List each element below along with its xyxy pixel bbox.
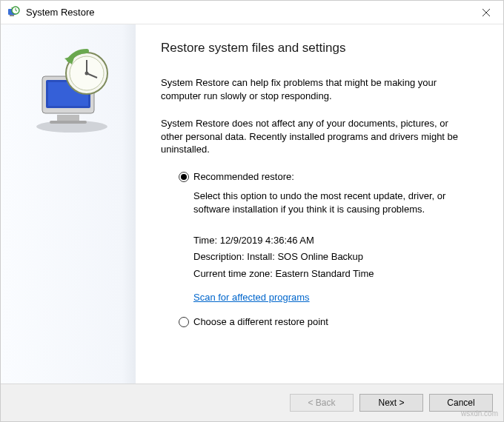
recommended-restore-option[interactable]: Recommended restore: [179, 171, 483, 182]
restore-options: Recommended restore: Select this option … [161, 171, 483, 327]
restore-point-details: Time: 12/9/2019 4:36:46 AM Description: … [193, 232, 483, 283]
choose-different-option[interactable]: Choose a different restore point [179, 316, 483, 327]
timezone-value: Eastern Standard Time [276, 268, 374, 279]
wizard-footer: < Back Next > Cancel [1, 384, 503, 421]
time-label: Time: [193, 235, 217, 246]
intro-paragraph-2: System Restore does not affect any of yo… [161, 117, 472, 156]
restore-illustration-icon [20, 45, 116, 384]
time-value: 12/9/2019 4:36:46 AM [220, 235, 314, 246]
svg-rect-9 [57, 115, 79, 121]
system-restore-icon [7, 6, 20, 19]
intro-paragraph-1: System Restore can help fix problems tha… [161, 76, 472, 102]
restore-description-row: Description: Install: SOS Online Backup [193, 249, 483, 266]
timezone-label: Current time zone: [193, 268, 273, 279]
choose-different-label: Choose a different restore point [193, 316, 328, 327]
next-button[interactable]: Next > [359, 394, 423, 412]
recommended-restore-description: Select this option to undo the most rece… [193, 190, 468, 216]
description-value: Install: SOS Online Backup [247, 251, 363, 262]
svg-rect-1 [10, 15, 14, 16]
wizard-main: Restore system files and settings System… [136, 24, 503, 384]
svg-rect-10 [50, 121, 87, 124]
close-button[interactable] [469, 1, 503, 24]
window-title: System Restore [26, 7, 94, 18]
restore-time-row: Time: 12/9/2019 4:36:46 AM [193, 232, 483, 249]
dialog-body: Restore system files and settings System… [1, 24, 503, 384]
restore-timezone-row: Current time zone: Eastern Standard Time [193, 266, 483, 283]
system-restore-window: System Restore [0, 0, 504, 422]
wizard-sidebar [1, 24, 136, 384]
choose-different-radio[interactable] [179, 317, 189, 327]
scan-affected-programs-link[interactable]: Scan for affected programs [193, 292, 310, 303]
recommended-restore-label: Recommended restore: [193, 171, 294, 182]
svg-point-15 [85, 72, 89, 76]
recommended-restore-radio[interactable] [179, 172, 189, 182]
titlebar: System Restore [1, 1, 503, 24]
cancel-button[interactable]: Cancel [429, 394, 493, 412]
description-label: Description: [193, 251, 245, 262]
page-heading: Restore system files and settings [161, 41, 483, 56]
back-button: < Back [290, 394, 354, 412]
